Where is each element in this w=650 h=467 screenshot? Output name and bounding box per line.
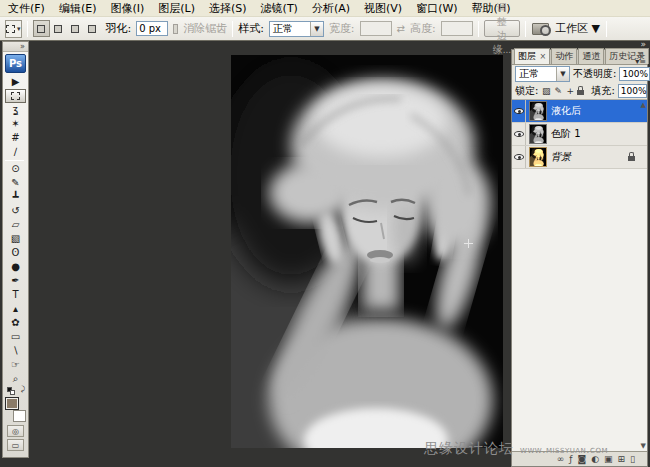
layer-style-icon[interactable]: ƒ <box>569 455 572 464</box>
lock-paint-icon[interactable]: ✎ <box>553 86 563 96</box>
visibility-toggle[interactable] <box>512 146 526 168</box>
menu-select[interactable]: 选择(S) <box>207 1 249 16</box>
fill-value[interactable]: 100% <box>618 84 647 98</box>
portrait-photo <box>231 55 503 448</box>
subtract-from-selection-button[interactable] <box>67 20 84 37</box>
notes-tool[interactable]: ▭ <box>5 330 26 344</box>
menu-edit[interactable]: 编辑(E) <box>57 1 99 16</box>
quick-mask-button[interactable]: ◎ <box>7 425 24 437</box>
tab-actions[interactable]: 动作 <box>551 48 577 64</box>
blend-mode-dropdown[interactable]: 正常 ▼ <box>515 66 570 82</box>
link-layers-icon[interactable]: ∞ <box>557 455 565 464</box>
clone-stamp-tool[interactable]: ┻ <box>5 190 26 204</box>
opacity-value[interactable]: 100% <box>619 67 650 81</box>
menu-filter[interactable]: 滤镜(T) <box>259 1 300 16</box>
type-tool[interactable]: T <box>5 288 26 302</box>
layer-row[interactable]: 液化后 <box>512 100 647 123</box>
marquee-icon <box>6 25 15 33</box>
new-layer-icon[interactable]: ⊞ <box>618 455 626 464</box>
eraser-tool[interactable]: ▱ <box>5 218 26 232</box>
feather-input[interactable] <box>136 21 168 36</box>
brush-tool-icon: ✎ <box>11 178 19 188</box>
blend-mode-row: 正常 ▼ 不透明度: 100% ▶ <box>512 65 647 83</box>
move-tool[interactable]: ▶ <box>5 75 26 89</box>
menu-image[interactable]: 图像(I) <box>108 1 146 16</box>
gradient-tool[interactable]: ▧ <box>5 232 26 246</box>
document-canvas[interactable] <box>231 55 503 448</box>
tab-channels[interactable]: 通道 <box>578 48 604 64</box>
intersect-selection-button-icon <box>88 25 96 33</box>
path-selection-tool-icon: ▴ <box>13 304 18 314</box>
spot-healing-brush-tool[interactable]: ⊙ <box>5 162 26 176</box>
new-selection-button-icon <box>37 25 45 33</box>
pen-tool[interactable]: ✒ <box>5 274 26 288</box>
menu-layer[interactable]: 图层(L) <box>156 1 197 16</box>
add-to-selection-button-icon <box>54 25 62 33</box>
layer-group-icon[interactable]: ▣ <box>604 455 613 464</box>
lock-position-icon[interactable]: + <box>565 86 575 96</box>
menu-analysis[interactable]: 分析(A) <box>310 1 352 16</box>
layer-row[interactable]: 背景 <box>512 146 647 169</box>
quick-selection-tool[interactable]: ✶ <box>5 117 26 131</box>
height-input <box>441 21 473 36</box>
swap-dimensions-icon: ⇄ <box>397 23 405 34</box>
blur-tool[interactable]: ʘ <box>5 246 26 260</box>
style-dropdown[interactable]: 正常 ▼ <box>269 21 324 37</box>
foreground-color-swatch[interactable] <box>5 397 19 410</box>
menu-view[interactable]: 视图(V) <box>362 1 404 16</box>
menu-file[interactable]: 文件(F) <box>6 1 47 16</box>
fill-label: 填充: <box>591 84 614 98</box>
tab-layers[interactable]: 图层 × <box>514 48 550 64</box>
lock-transparency-icon[interactable]: ▨ <box>541 86 551 96</box>
layer-row[interactable]: 色阶 1 <box>512 123 647 146</box>
dodge-tool-icon: ● <box>11 262 20 272</box>
scroll-down-icon[interactable]: ▼ <box>641 442 646 450</box>
new-selection-button[interactable] <box>33 20 50 37</box>
workspace-dropdown[interactable]: 工作区 ▼ <box>555 21 600 36</box>
lasso-tool-icon: ʓ <box>13 105 19 115</box>
layer-thumbnail <box>529 147 547 167</box>
adjustment-layer-icon[interactable]: ◐ <box>591 455 599 464</box>
layer-mask-icon[interactable]: ◙ <box>577 455 586 464</box>
mini-background-icon <box>10 390 15 395</box>
panel-footer: ∞ƒ◙◐▣⊞▯ <box>512 451 647 466</box>
layer-name: 色阶 1 <box>551 127 647 141</box>
brush-tool[interactable]: ✎ <box>5 176 26 190</box>
panel-menu-icon[interactable]: ▾≡ <box>635 57 646 66</box>
slice-tool[interactable]: ∕ <box>5 145 26 159</box>
blur-tool-icon: ʘ <box>12 248 20 258</box>
scroll-up-icon[interactable]: ▲ <box>641 101 646 109</box>
eyedropper-tool[interactable]: ∖ <box>5 344 26 358</box>
rectangular-marquee-tool[interactable] <box>5 89 26 103</box>
custom-shape-tool[interactable]: ✿ <box>5 316 26 330</box>
lock-all-icon[interactable] <box>577 90 584 95</box>
hand-tool[interactable]: ☞ <box>5 358 26 372</box>
toolbar-collapse-button[interactable]: » <box>3 42 28 52</box>
tab-close-icon[interactable]: × <box>537 52 546 61</box>
visibility-toggle[interactable] <box>512 123 526 145</box>
default-colors-icon[interactable]: ⤸ <box>5 387 26 396</box>
layer-thumbnail-image <box>529 101 547 121</box>
crop-tool[interactable]: # <box>5 131 26 145</box>
eye-icon <box>514 131 524 137</box>
add-to-selection-button[interactable] <box>50 20 67 37</box>
lasso-tool[interactable]: ʓ <box>5 103 26 117</box>
layer-thumbnail-image <box>529 147 547 167</box>
visibility-toggle[interactable] <box>512 100 526 122</box>
zoom-tool[interactable]: ⌕ <box>5 372 26 386</box>
layer-thumbnail <box>529 124 547 144</box>
quick-selection-tool-icon: ✶ <box>11 119 19 129</box>
screen-mode-button[interactable]: ▭ <box>7 439 24 451</box>
background-color-swatch[interactable] <box>13 410 26 422</box>
dodge-tool[interactable]: ● <box>5 260 26 274</box>
menu-window[interactable]: 窗口(W) <box>414 1 459 16</box>
history-brush-tool[interactable]: ↺ <box>5 204 26 218</box>
eye-icon <box>514 108 524 114</box>
style-label: 样式: <box>238 21 264 36</box>
go-to-bridge-icon[interactable] <box>532 23 549 35</box>
chevron-down-icon: ▼ <box>556 67 569 81</box>
intersect-selection-button[interactable] <box>84 20 101 37</box>
path-selection-tool[interactable]: ▴ <box>5 302 26 316</box>
tool-preset-picker[interactable]: ▾ <box>5 20 22 38</box>
delete-layer-icon[interactable]: ▯ <box>630 455 635 464</box>
